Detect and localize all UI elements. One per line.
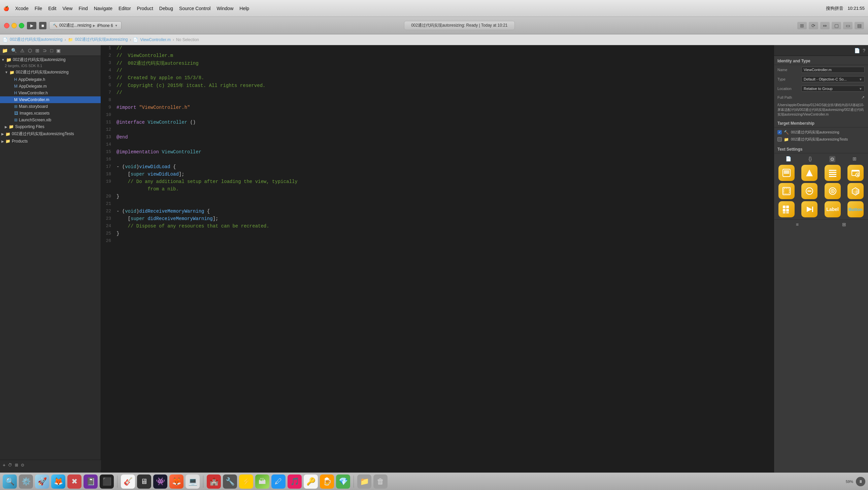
layout-icon-4[interactable]: ▢	[832, 22, 841, 29]
dock-tools[interactable]: 🔧	[223, 474, 237, 489]
name-input[interactable]: ViewController.m	[801, 67, 865, 73]
dock-beer[interactable]: 🍺	[320, 474, 334, 489]
minimize-button[interactable]	[11, 23, 17, 28]
menu-navigate[interactable]: Navigate	[94, 6, 113, 11]
breadcrumb-3[interactable]: ViewController.m	[140, 37, 170, 42]
warning-icon[interactable]: ⚠	[20, 48, 25, 53]
menu-product[interactable]: Product	[137, 6, 153, 11]
dock-pen[interactable]: 🖊	[271, 474, 285, 489]
dock-gem[interactable]: 💎	[336, 474, 350, 489]
history-nav-icon[interactable]: ⏱	[8, 463, 12, 467]
sidebar-item-project-root[interactable]: ▼ 📁 002通过代码实现autoresizing	[0, 56, 101, 64]
maximize-button[interactable]	[19, 23, 24, 28]
bookmark-icon[interactable]: ⬡	[28, 48, 32, 53]
menu-help[interactable]: Help	[239, 6, 249, 11]
source-control-icon[interactable]: ⊞	[15, 463, 18, 467]
dock-itunes[interactable]: 🎸	[121, 474, 135, 489]
menu-editor[interactable]: Editor	[119, 6, 131, 11]
dock-key[interactable]: 🔑	[304, 474, 318, 489]
folder-icon[interactable]: 📁	[2, 48, 8, 53]
search-icon[interactable]: 🔍	[11, 48, 17, 53]
obj-item-2[interactable]	[799, 165, 820, 181]
sidebar-item-group[interactable]: ▼ 📁 002通过代码实现autoresizing	[0, 68, 101, 76]
layout-icon-3[interactable]: ⇔	[820, 22, 830, 29]
obj-item-label[interactable]: Label	[822, 201, 843, 218]
layout-icon-5[interactable]: ▭	[843, 22, 852, 29]
dock-trash[interactable]: 🗑	[373, 474, 388, 489]
menu-view[interactable]: View	[62, 6, 72, 11]
type-dropdown[interactable]: Default - Objective-C So... ▼	[801, 76, 865, 82]
dock-terminal[interactable]: ⬛	[100, 474, 114, 489]
text-settings-code-icon[interactable]: {}	[808, 156, 811, 162]
sidebar-item-appdelegate-h[interactable]: H AppDelegate.h	[0, 76, 101, 83]
text-settings-format-icon[interactable]: ⊙	[829, 156, 835, 162]
dock-screen[interactable]: 🖥	[137, 474, 151, 489]
checkbox-2[interactable]	[777, 137, 782, 142]
membership-item-1[interactable]: 🔨 002通过代码实现autoresizing	[774, 129, 868, 136]
obj-item-9[interactable]	[776, 201, 797, 218]
menu-debug[interactable]: Debug	[159, 6, 173, 11]
dock-game[interactable]: 👾	[153, 474, 167, 489]
sidebar-item-products[interactable]: ▶ 📁 Products	[0, 138, 101, 145]
menu-find[interactable]: Find	[79, 6, 88, 11]
membership-item-2[interactable]: 📁 002通过代码实现autoresizingTests	[774, 136, 868, 143]
add-icon[interactable]: +	[3, 462, 5, 468]
sidebar-item-images[interactable]: 🖼 Images.xcassets	[0, 110, 101, 117]
obj-item-3[interactable]	[822, 165, 843, 181]
dock-settings[interactable]: ⚙️	[19, 474, 33, 489]
scheme-selector[interactable]: 🔨 002通过...resizing ▶ iPhone 6 ▼	[49, 21, 122, 30]
doc-icon[interactable]: 📄	[854, 48, 860, 53]
obj-item-10[interactable]	[799, 201, 820, 218]
location-dropdown[interactable]: Relative to Group ▼	[801, 86, 865, 92]
dock-launchpad[interactable]: 🚀	[35, 474, 49, 489]
run-button[interactable]: ▶	[27, 22, 36, 29]
menu-xcode[interactable]: Xcode	[15, 6, 29, 11]
text-settings-doc-icon[interactable]: 📄	[785, 156, 791, 162]
obj-item-8[interactable]	[845, 183, 866, 199]
dock-firefox[interactable]: 🦊	[169, 474, 184, 489]
checkbox-1[interactable]	[777, 130, 782, 135]
pause-icon[interactable]: ⏸	[856, 477, 865, 486]
help-icon[interactable]: ?	[863, 48, 865, 53]
dock-laptop[interactable]: 💻	[186, 474, 200, 489]
sidebar-item-tests[interactable]: ▶ 📁 002通过代码实现autoresizingTests	[0, 130, 101, 138]
obj-item-button[interactable]: Button	[845, 201, 866, 218]
dock-music[interactable]: 🎵	[287, 474, 302, 489]
stop-button[interactable]: ■	[39, 22, 46, 29]
menu-window[interactable]: Window	[217, 6, 233, 11]
branch-icon[interactable]: ⊃	[43, 48, 47, 53]
dock-flash[interactable]: ⚡	[239, 474, 253, 489]
sidebar-item-launchscreen[interactable]: ⊞ LaunchScreen.xib	[0, 117, 101, 123]
code-editor[interactable]: 1 // 2 // ViewController.m 3 // 002通过代码实…	[101, 45, 774, 472]
text-settings-grid-icon[interactable]: ⊞	[852, 156, 857, 162]
dock-finder[interactable]: 🔍	[3, 474, 17, 489]
sidebar-item-viewcontroller-h[interactable]: H ViewController.h	[0, 90, 101, 96]
breadcrumb-1[interactable]: 002通过代码实现autoresizing	[10, 37, 63, 42]
debug-icon[interactable]: ▣	[56, 48, 61, 53]
obj-item-7[interactable]	[822, 183, 843, 199]
close-button[interactable]	[4, 23, 9, 28]
sidebar-item-supporting-files[interactable]: ▶ 📁 Supporting Files	[0, 123, 101, 130]
dock-folder[interactable]: 📁	[357, 474, 371, 489]
dock-x[interactable]: ✖	[67, 474, 82, 489]
layout-icon-2[interactable]: ⟳	[809, 22, 818, 29]
menu-file[interactable]: File	[35, 6, 42, 11]
obj-item-1[interactable]	[776, 165, 797, 181]
reveal-icon[interactable]: ↗	[861, 95, 865, 100]
breadcrumb-2[interactable]: 002通过代码实现autoresizing	[75, 37, 128, 42]
layout-icon-1[interactable]: ⊞	[797, 22, 807, 29]
obj-item-5[interactable]	[776, 183, 797, 199]
obj-item-4[interactable]: ★	[845, 165, 866, 181]
menu-edit[interactable]: Edit	[48, 6, 56, 11]
grid-view-icon[interactable]: ⊞	[842, 222, 846, 227]
sidebar-item-viewcontroller-m[interactable]: M ViewController.m	[0, 96, 101, 103]
layout-icon-6[interactable]: ▤	[855, 22, 864, 29]
apple-menu[interactable]: 🍎	[3, 6, 9, 11]
sidebar-item-mainstoryboard[interactable]: ⊞ Main.storyboard	[0, 103, 101, 110]
menu-source-control[interactable]: Source Control	[179, 6, 211, 11]
issues-icon[interactable]: ⊙	[21, 463, 24, 467]
sidebar-item-appdelegate-m[interactable]: M AppDelegate.m	[0, 83, 101, 90]
dock-filezilla[interactable]: 🏰	[207, 474, 221, 489]
dock-mountain[interactable]: 🏔	[255, 474, 269, 489]
dock-safari[interactable]: 🦊	[51, 474, 65, 489]
